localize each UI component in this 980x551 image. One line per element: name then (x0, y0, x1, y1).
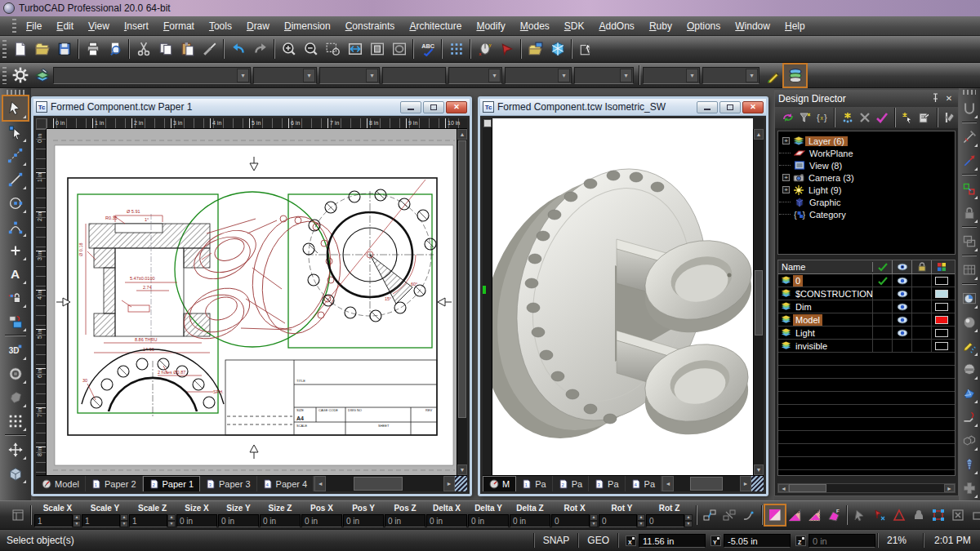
restore-button[interactable] (719, 101, 741, 113)
layer-row[interactable]: Model (778, 313, 955, 327)
tab-paper2[interactable]: 2 Pa (553, 476, 589, 491)
render-scene-tool-icon[interactable] (960, 287, 979, 310)
properties-icon[interactable] (917, 109, 933, 127)
spell-check-icon[interactable]: ABC (416, 38, 439, 60)
color-swatch[interactable] (935, 342, 948, 350)
isometric-3d-canvas[interactable] (492, 118, 753, 475)
menu-help[interactable]: Help (777, 18, 813, 34)
menu-window[interactable]: Window (728, 18, 777, 34)
tree-item-layer[interactable]: + Layer (6) (782, 135, 955, 147)
layer-visible[interactable] (893, 300, 912, 313)
text-tool-icon[interactable]: A (3, 262, 28, 286)
menu-sdk[interactable]: SDK (557, 18, 592, 34)
layer-row[interactable]: $CONSTRUCTION (778, 287, 955, 300)
font-combo[interactable]: ▾ (643, 67, 700, 84)
screw-tool-icon[interactable] (960, 452, 979, 476)
select-cursor-icon[interactable] (850, 505, 870, 525)
menu-constraints[interactable]: Constraints (338, 18, 403, 34)
overlap-tool-icon[interactable] (960, 229, 979, 253)
menubar-grip[interactable] (12, 19, 16, 32)
pen-style-combo[interactable]: ▾ (319, 67, 380, 84)
scrollbar-thumb[interactable] (458, 140, 466, 418)
minimize-button[interactable] (697, 101, 718, 113)
menu-modify[interactable]: Modify (469, 18, 512, 34)
minimize-button[interactable] (400, 101, 421, 113)
chevron-down-icon[interactable]: ▾ (237, 69, 249, 82)
node-edit-tool-icon[interactable] (3, 120, 28, 144)
tab-model[interactable]: Model (36, 476, 86, 491)
rot-z-stepper[interactable]: ▲▼ (684, 514, 693, 527)
copy-entity-tool-icon[interactable] (3, 309, 28, 333)
delta-x-input[interactable]: 0 in (426, 514, 467, 527)
zoom-full-view-icon[interactable] (388, 38, 410, 60)
scroll-down-icon[interactable]: ▼ (457, 464, 467, 475)
open-icon[interactable] (31, 38, 53, 60)
save-icon[interactable] (53, 38, 75, 60)
menu-addons[interactable]: AddOns (592, 18, 642, 34)
scroll-right-icon[interactable]: ► (944, 484, 955, 492)
3d-solid-tool-icon[interactable] (3, 385, 28, 409)
scrollbar-thumb[interactable] (789, 484, 826, 492)
pos-y-input[interactable]: 0 in (343, 514, 384, 527)
design-director-header[interactable]: Design Director ✕ (775, 91, 958, 107)
delta-y-input[interactable]: 0 in (468, 514, 509, 527)
close-box-icon[interactable] (948, 505, 968, 525)
scroll-down-icon[interactable]: ▼ (754, 464, 764, 475)
tab-paper3[interactable]: 3 Pa (589, 476, 625, 491)
select-by-icon[interactable] (900, 109, 915, 127)
select-tool-icon[interactable] (3, 96, 28, 120)
print-icon[interactable] (82, 38, 104, 60)
pick-tool-icon[interactable] (575, 38, 597, 60)
pen-color-combo[interactable]: ▾ (253, 67, 317, 84)
column-visibility[interactable] (893, 260, 912, 273)
zoom-in-icon[interactable] (278, 38, 300, 60)
geo-toggle[interactable]: GEO (581, 535, 616, 546)
mouse-coordinates-icon[interactable]: xy (474, 38, 496, 60)
tree-item-light[interactable]: + Light (9) (782, 184, 955, 196)
rot-y-input[interactable]: 0 (599, 514, 637, 527)
resize-grip[interactable] (455, 476, 467, 491)
chevron-down-icon[interactable]: ▾ (303, 69, 315, 82)
torus-tool-icon[interactable] (3, 362, 28, 385)
delete-item-icon[interactable] (857, 109, 872, 127)
tab-paper1[interactable]: 2 Paper 1 (143, 476, 201, 491)
coord-x-input[interactable]: 11.56 in (639, 534, 706, 548)
scrollbar-thumb[interactable] (354, 477, 403, 491)
cut-icon[interactable] (132, 38, 154, 60)
layer-visible[interactable] (893, 327, 912, 339)
menu-tools[interactable]: Tools (202, 18, 239, 34)
menu-file[interactable]: File (19, 18, 49, 34)
expand-icon[interactable]: + (782, 174, 790, 181)
layer-lock[interactable] (912, 300, 932, 313)
workplane-wp-icon[interactable]: WP (785, 505, 804, 525)
restore-button[interactable] (423, 101, 444, 113)
tab-paper3[interactable]: 3 Paper 3 (200, 476, 257, 491)
column-color[interactable] (932, 260, 951, 273)
scale-x-stepper[interactable]: ▲▼ (73, 514, 81, 527)
menu-options[interactable]: Options (679, 18, 728, 34)
size-x-input[interactable]: 0 in (176, 514, 217, 527)
table-tool-icon[interactable] (960, 258, 979, 282)
trim-tool-icon[interactable] (960, 125, 979, 149)
chevron-down-icon[interactable]: ▾ (746, 69, 758, 82)
layer-color[interactable] (932, 313, 951, 326)
palette-grip[interactable] (963, 90, 976, 95)
box-rotate-icon[interactable] (968, 505, 980, 525)
format-brush-icon[interactable] (198, 38, 220, 60)
point-grid-icon[interactable] (445, 38, 467, 60)
rot-z-input[interactable]: 0 (646, 514, 684, 527)
pos-x-input[interactable]: 0 in (301, 514, 342, 527)
menu-insert[interactable]: Insert (117, 18, 156, 34)
isometric-horizontal-scrollbar[interactable]: ◄ ► (662, 476, 751, 491)
rot-y-stepper[interactable]: ▲▼ (637, 514, 645, 527)
layers-active-icon[interactable] (784, 64, 806, 87)
color-swatch[interactable] (935, 303, 948, 311)
rot-x-stepper[interactable]: ▲▼ (590, 514, 598, 527)
layer-color[interactable] (932, 340, 951, 352)
scale-z-input[interactable]: 1 (129, 514, 167, 527)
tree-item-category[interactable]: {} Category (782, 208, 955, 220)
color-swatch[interactable] (935, 277, 948, 285)
pos-z-input[interactable]: 0 in (385, 514, 425, 527)
selector-properties-icon[interactable] (31, 64, 53, 87)
line-tool-icon[interactable] (3, 167, 28, 191)
